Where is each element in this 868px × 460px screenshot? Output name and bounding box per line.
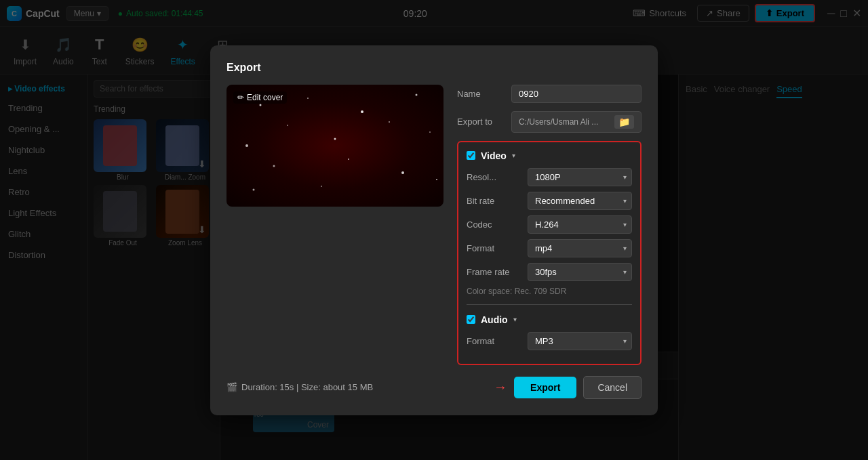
settings-panel: Name Export to C:/Users/Usman Ali ... 📁: [457, 85, 642, 365]
resolution-select-wrapper: 1080P 720P 4K ▾: [528, 168, 632, 186]
video-checkbox[interactable]: [467, 151, 475, 160]
framerate-label: Frame rate: [467, 267, 528, 277]
audio-collapse-icon[interactable]: ▾: [513, 316, 517, 323]
svg-point-4: [287, 125, 288, 126]
svg-point-1: [307, 98, 309, 99]
video-collapse-icon[interactable]: ▾: [512, 152, 515, 159]
video-section-title: Video: [481, 150, 507, 161]
svg-point-13: [253, 188, 255, 190]
codec-select[interactable]: H.264 H.265: [528, 215, 632, 234]
svg-point-10: [348, 159, 349, 160]
resolution-label: Resol...: [467, 172, 528, 182]
bitrate-row: Bit rate Recommended High Low ▾: [467, 192, 632, 210]
resolution-row: Resol... 1080P 720P 4K ▾: [467, 168, 632, 186]
name-input[interactable]: [511, 85, 642, 103]
resolution-select[interactable]: 1080P 720P 4K: [528, 168, 632, 186]
dialog-footer: 🎬 Duration: 15s | Size: about 15 MB → Ex…: [226, 376, 642, 399]
svg-point-9: [273, 165, 275, 167]
svg-point-0: [260, 104, 262, 106]
stars-decoration: [226, 85, 443, 207]
audio-section-header: Audio ▾: [467, 314, 632, 325]
svg-point-5: [334, 138, 336, 140]
settings-scroll: Video ▾ Resol... 1080P 720P 4K ▾: [457, 141, 642, 365]
color-space-text: Color space: Rec. 709 SDR: [467, 287, 632, 296]
bitrate-select[interactable]: Recommended High Low: [528, 192, 632, 210]
codec-label: Codec: [467, 219, 528, 230]
duration-icon: 🎬: [226, 382, 237, 392]
framerate-select-wrapper: 30fps 24fps 60fps ▾: [528, 263, 632, 281]
format-select-wrapper: mp4 mov avi ▾: [528, 239, 632, 257]
name-field-row: Name: [457, 85, 642, 103]
audio-format-row: Format MP3 AAC ▾: [467, 332, 632, 350]
duration-info: 🎬 Duration: 15s | Size: about 15 MB: [226, 382, 373, 392]
format-label: Format: [467, 243, 528, 253]
svg-point-2: [361, 110, 363, 113]
audio-format-select[interactable]: MP3 AAC: [528, 332, 632, 350]
format-select[interactable]: mp4 mov avi: [528, 239, 632, 257]
audio-checkbox[interactable]: [467, 315, 475, 324]
video-preview[interactable]: ✏ Edit cover: [226, 85, 443, 207]
framerate-row: Frame rate 30fps 24fps 60fps ▾: [467, 263, 632, 281]
bitrate-label: Bit rate: [467, 196, 528, 206]
codec-select-wrapper: H.264 H.265 ▾: [528, 215, 632, 234]
video-section-header: Video ▾: [467, 150, 632, 161]
footer-buttons: → Export Cancel: [494, 376, 642, 399]
svg-point-14: [436, 179, 437, 180]
name-label: Name: [457, 89, 511, 99]
svg-point-3: [416, 93, 418, 96]
export-dialog: Export ✏ Edit cover: [210, 45, 658, 415]
export-to-field-row: Export to C:/Users/Usman Ali ... 📁: [457, 111, 642, 133]
section-divider: [467, 304, 632, 305]
export-arrow-indicator: →: [494, 379, 507, 395]
export-button-dialog[interactable]: Export: [514, 377, 576, 398]
codec-row: Codec H.264 H.265 ▾: [467, 215, 632, 234]
dialog-overlay: Export ✏ Edit cover: [0, 0, 868, 460]
bitrate-select-wrapper: Recommended High Low ▾: [528, 192, 632, 210]
export-path-text: C:/Users/Usman Ali ...: [519, 117, 598, 127]
browse-folder-button[interactable]: 📁: [614, 115, 634, 129]
framerate-select[interactable]: 30fps 24fps 60fps: [528, 263, 632, 281]
export-path-display: C:/Users/Usman Ali ... 📁: [511, 111, 642, 133]
dialog-body: ✏ Edit cover: [226, 85, 642, 365]
audio-section-title: Audio: [481, 314, 508, 325]
format-row: Format mp4 mov avi ▾: [467, 239, 632, 257]
svg-point-7: [245, 144, 248, 147]
svg-point-12: [321, 186, 322, 187]
svg-point-11: [401, 171, 404, 174]
audio-format-select-wrapper: MP3 AAC ▾: [528, 332, 632, 350]
export-to-label: Export to: [457, 117, 511, 127]
audio-section: Audio ▾ Format MP3 AAC ▾: [467, 314, 632, 350]
dialog-title: Export: [226, 62, 642, 74]
cancel-button-dialog[interactable]: Cancel: [583, 376, 642, 399]
duration-text: Duration: 15s | Size: about 15 MB: [241, 382, 373, 392]
audio-format-label: Format: [467, 336, 528, 346]
svg-point-8: [429, 131, 431, 133]
svg-point-6: [389, 121, 390, 123]
